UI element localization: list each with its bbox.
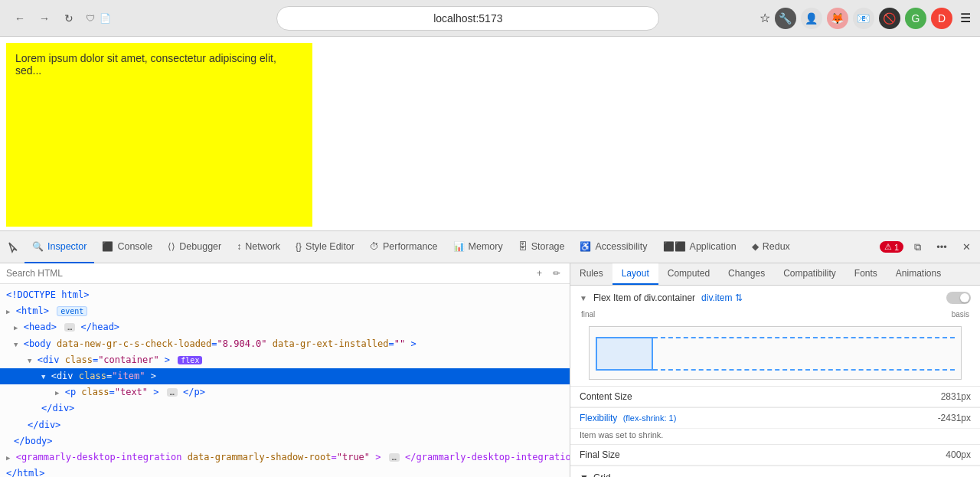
- body-close-line: </body>: [0, 433, 570, 449]
- more-tools-button[interactable]: •••: [931, 237, 952, 258]
- tab-layout[interactable]: Layout: [612, 263, 658, 285]
- flexibility-desc: Item was set to shrink.: [570, 429, 980, 444]
- flex-item-element-button[interactable]: div.item ⇅: [701, 292, 742, 303]
- error-badge[interactable]: ⚠ 1: [880, 241, 903, 253]
- tab-compatibility[interactable]: Compatibility: [774, 263, 845, 285]
- ext-icon-6[interactable]: G: [905, 8, 926, 29]
- tab-console[interactable]: ⬛ Console: [94, 231, 160, 263]
- debugger-icon: ⟨⟩: [168, 241, 175, 252]
- flex-section-chevron[interactable]: ▼: [580, 294, 587, 302]
- tab-application[interactable]: ⬛⬛ Application: [655, 231, 744, 263]
- tab-computed[interactable]: Computed: [658, 263, 719, 285]
- div-container-line[interactable]: ▼ <div class="container" > flex: [0, 352, 570, 368]
- flex-item-visual: [596, 337, 653, 371]
- p-text-line[interactable]: ▶ <p class="text" > … </p>: [0, 384, 570, 400]
- flexibility-section: Flexibility (flex-shrink: 1) -2431px Ite…: [570, 407, 980, 444]
- ext-icon-1[interactable]: 🔧: [775, 8, 796, 29]
- tab-storage[interactable]: 🗄 Storage: [511, 231, 573, 263]
- lorem-text: Lorem ipsum dolor sit amet, consectetur …: [15, 52, 303, 77]
- final-size-value: 400px: [946, 449, 971, 460]
- url-text: localhost:5173: [286, 12, 649, 25]
- layout-panel: ▼ Flex Item of div.container div.item ⇅ …: [570, 286, 980, 477]
- inspector-cursor-icon[interactable]: [3, 237, 24, 258]
- tab-accessibility[interactable]: ♿ Accessibility: [572, 231, 655, 263]
- html-tree: <!DOCTYPE html> ▶ <html> event ▶ <head> …: [0, 284, 570, 477]
- storage-icon: 🗄: [518, 241, 528, 252]
- html-open-line[interactable]: ▶ <html> event: [0, 303, 570, 319]
- console-icon: ⬛: [102, 241, 113, 252]
- ext-icon-5[interactable]: 🚫: [879, 8, 900, 29]
- ext-icon-7[interactable]: D: [931, 8, 952, 29]
- tab-redux[interactable]: ◆ Redux: [744, 231, 798, 263]
- memory-icon: 📊: [453, 241, 465, 252]
- ext-icon-2[interactable]: 👤: [801, 8, 822, 29]
- flex-viz-container: final basis: [580, 310, 971, 380]
- ext-icon-4[interactable]: 📧: [853, 8, 874, 29]
- html-panel: + ✏ <!DOCTYPE html> ▶ <html> event ▶ <he…: [0, 263, 570, 477]
- back-button[interactable]: ←: [9, 8, 31, 29]
- edit-html-button[interactable]: ✏: [550, 266, 564, 280]
- ext-icon-3[interactable]: 🦊: [827, 8, 848, 29]
- application-icon: ⬛⬛: [663, 241, 686, 252]
- redux-icon: ◆: [752, 241, 759, 252]
- head-line[interactable]: ▶ <head> … </head>: [0, 319, 570, 335]
- html-close-line: </html>: [0, 466, 570, 477]
- tab-performance[interactable]: ⏱ Performance: [362, 231, 446, 263]
- content-size-row: Content Size 2831px: [570, 387, 980, 407]
- add-node-button[interactable]: +: [534, 266, 545, 280]
- page-content: Lorem ipsum dolor sit amet, consectetur …: [0, 37, 980, 230]
- content-size-label: Content Size: [580, 391, 941, 402]
- close-devtools-button[interactable]: ✕: [956, 237, 977, 258]
- viz-label-final: final: [581, 310, 595, 319]
- tab-changes[interactable]: Changes: [719, 263, 774, 285]
- right-panel: Rules Layout Computed Changes Compatibil…: [570, 263, 980, 477]
- doctype-line: <!DOCTYPE html>: [0, 287, 570, 303]
- tab-memory[interactable]: 📊 Memory: [446, 231, 511, 263]
- flex-shrink-hint: (flex-shrink: 1): [623, 413, 677, 423]
- accessibility-icon: ♿: [580, 241, 591, 252]
- browser-chrome: ← → ↻ 🛡 📄 localhost:5173 ☆ 🔧 👤 🦊 📧 🚫 G D…: [0, 0, 980, 37]
- sort-icon: ⇅: [735, 292, 743, 303]
- grid-section-chevron[interactable]: ▼: [580, 472, 589, 477]
- tab-animations[interactable]: Animations: [887, 263, 950, 285]
- search-input[interactable]: [6, 268, 529, 279]
- responsive-design-button[interactable]: ⧉: [906, 237, 928, 258]
- div-item-line[interactable]: ▼ <div class="item" >: [0, 368, 570, 384]
- flexibility-row: Flexibility (flex-shrink: 1) -2431px: [570, 408, 980, 429]
- body-open-line[interactable]: ▼ <body data-new-gr-c-s-check-loaded="8.…: [0, 336, 570, 352]
- grid-section-header: ▼ Grid: [570, 466, 980, 477]
- right-tabs: Rules Layout Computed Changes Compatibil…: [570, 263, 980, 286]
- toolbar-right: ☆ 🔧 👤 🦊 📧 🚫 G D ☰: [760, 8, 971, 29]
- flexibility-label: Flexibility (flex-shrink: 1): [580, 413, 938, 423]
- tab-inspector[interactable]: 🔍 Inspector: [24, 231, 94, 263]
- devtools-toolbar: 🔍 Inspector ⬛ Console ⟨⟩ Debugger ↕ Netw…: [0, 231, 980, 263]
- tab-rules[interactable]: Rules: [570, 263, 612, 285]
- tab-style-editor[interactable]: {} Style Editor: [288, 231, 362, 263]
- tab-fonts[interactable]: Fonts: [845, 263, 887, 285]
- highlight-toggle[interactable]: [946, 292, 971, 304]
- content-size-section: Content Size 2831px: [570, 386, 980, 407]
- flex-viz-labels: final basis: [580, 310, 971, 320]
- devtools-main: + ✏ <!DOCTYPE html> ▶ <html> event ▶ <he…: [0, 263, 980, 477]
- flex-item-title: Flex Item of div.container: [593, 292, 695, 303]
- tab-network[interactable]: ↕ Network: [229, 231, 288, 263]
- tab-debugger[interactable]: ⟨⟩ Debugger: [160, 231, 229, 263]
- final-size-row: Final Size 400px: [570, 445, 980, 466]
- final-size-section: Final Size 400px: [570, 444, 980, 466]
- inspector-icon: 🔍: [32, 241, 44, 252]
- performance-icon: ⏱: [370, 241, 379, 252]
- reload-button[interactable]: ↻: [58, 8, 80, 29]
- grid-label: Grid: [593, 472, 611, 477]
- error-count: 1: [894, 243, 899, 252]
- forward-button[interactable]: →: [34, 8, 55, 29]
- devtools-toolbar-right: ⚠ 1 ⧉ ••• ✕: [880, 237, 977, 258]
- devtools: 🔍 Inspector ⬛ Console ⟨⟩ Debugger ↕ Netw…: [0, 230, 980, 477]
- grammarly-line[interactable]: ▶ <grammarly-desktop-integration data-gr…: [0, 449, 570, 466]
- content-size-value: 2831px: [941, 391, 971, 402]
- menu-icon[interactable]: ☰: [960, 11, 971, 25]
- flex-item-header: ▼ Flex Item of div.container div.item ⇅: [570, 286, 980, 310]
- bookmark-icon[interactable]: ☆: [760, 11, 770, 25]
- address-bar[interactable]: localhost:5173: [276, 6, 659, 31]
- flex-viz: [589, 326, 962, 380]
- div-close-1: </div>: [0, 400, 570, 417]
